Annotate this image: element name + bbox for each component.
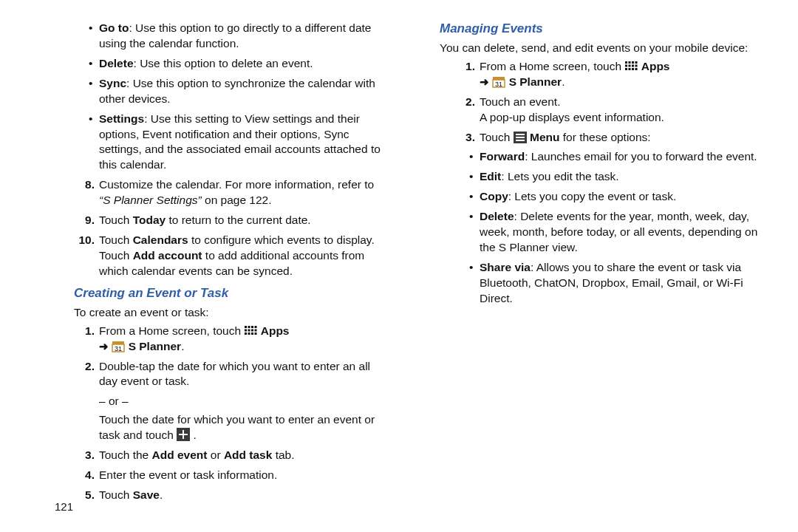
svg-rect-6	[248, 329, 250, 331]
touch-date-line: Touch the date for which you want to ent…	[59, 412, 388, 443]
bullet-share: Share via: Allows you to share the event…	[469, 260, 768, 307]
heading-managing: Managing Events	[440, 21, 768, 38]
manage-option-bullets: Forward: Launches email for you to forwa…	[425, 149, 768, 306]
svg-rect-11	[251, 332, 253, 335]
managing-intro: You can delete, send, and edit events on…	[440, 41, 768, 56]
bullet-forward: Forward: Launches email for you to forwa…	[469, 149, 768, 165]
option-bullets-col1: Go to: Use this option to go directly to…	[44, 21, 388, 173]
svg-rect-3	[251, 326, 253, 328]
manage-step-1: 1. From a Home screen, touch Apps ➜ 31 S…	[454, 59, 768, 90]
svg-rect-1	[245, 326, 247, 328]
svg-rect-12	[255, 332, 257, 335]
step-4: 4. Enter the event or task information.	[74, 468, 388, 483]
svg-rect-36	[516, 137, 525, 138]
svg-rect-27	[625, 68, 627, 70]
calendar-31-icon: 31	[112, 341, 125, 352]
svg-rect-9	[245, 332, 247, 335]
create-step-2: 2. Double-tap the date for which you wan…	[74, 359, 388, 390]
arrow-icon: ➜	[99, 340, 109, 352]
bullet-edit: Edit: Lets you edit the task.	[469, 169, 768, 185]
svg-rect-30	[635, 68, 638, 70]
svg-text:31: 31	[115, 344, 122, 352]
bullet-goto: Go to: Use this option to go directly to…	[89, 21, 388, 52]
plus-icon	[177, 428, 190, 441]
svg-rect-10	[248, 332, 250, 335]
bullet-copy: Copy: Lets you copy the event or task.	[469, 189, 768, 205]
step-8: 8. Customize the calendar. For more info…	[74, 177, 388, 208]
svg-rect-2	[248, 326, 250, 328]
col2-top: Touch the date for which you want to ent…	[44, 412, 388, 443]
calendar-31-icon: 31	[492, 76, 505, 88]
svg-rect-28	[629, 68, 631, 70]
arrow-icon: ➜	[480, 75, 489, 88]
bullet-delete-opt: Delete: Delete events for the year, mont…	[469, 209, 768, 256]
or-separator: – or –	[99, 394, 388, 409]
manage-steps: 1. From a Home screen, touch Apps ➜ 31 S…	[425, 59, 768, 146]
bullet-settings: Settings: Use this setting to View setti…	[89, 112, 388, 174]
svg-rect-20	[629, 61, 631, 64]
create-steps: 1. From a Home screen, touch Apps ➜ 31 S…	[44, 324, 388, 390]
svg-rect-4	[255, 326, 257, 328]
svg-rect-23	[625, 64, 627, 66]
svg-rect-21	[632, 61, 634, 64]
svg-rect-5	[245, 329, 247, 331]
apps-grid-icon	[624, 61, 638, 72]
step-5: 5. Touch Save.	[74, 488, 388, 503]
svg-text:31: 31	[495, 80, 502, 87]
heading-creating: Creating an Event or Task	[74, 285, 388, 302]
step-10: 10. Touch Calendars to configure which e…	[74, 233, 388, 279]
svg-rect-18	[179, 434, 188, 435]
menu-icon	[514, 132, 527, 143]
svg-rect-26	[635, 64, 638, 66]
steps-col1: 8. Customize the calendar. For more info…	[44, 177, 388, 279]
svg-rect-8	[255, 329, 257, 331]
svg-rect-37	[516, 140, 525, 141]
creating-intro: To create an event or task:	[74, 305, 388, 321]
svg-rect-19	[625, 61, 627, 64]
svg-rect-7	[251, 329, 253, 331]
svg-rect-29	[632, 68, 634, 70]
svg-rect-24	[629, 64, 631, 66]
bullet-delete: Delete: Use this option to delete an eve…	[89, 56, 388, 72]
manage-step-3: 3. Touch Menu for these options:	[454, 130, 768, 146]
create-step-1: 1. From a Home screen, touch Apps ➜ 31 S…	[74, 324, 388, 355]
step-9: 9. Touch Today to return to the current …	[74, 213, 388, 228]
page-number: 121	[55, 499, 73, 514]
apps-grid-icon	[244, 325, 257, 337]
svg-rect-35	[516, 134, 525, 135]
svg-rect-22	[635, 61, 638, 64]
manage-step-2: 2. Touch an event.A pop-up displays even…	[454, 95, 768, 126]
bullet-sync: Sync: Use this option to synchronize the…	[89, 76, 388, 107]
svg-rect-25	[632, 64, 634, 66]
manual-page: Go to: Use this option to go directly to…	[0, 0, 798, 532]
steps-col2: 3. Touch the Add event or Add task tab. …	[44, 448, 388, 503]
step-3: 3. Touch the Add event or Add task tab.	[74, 448, 388, 463]
